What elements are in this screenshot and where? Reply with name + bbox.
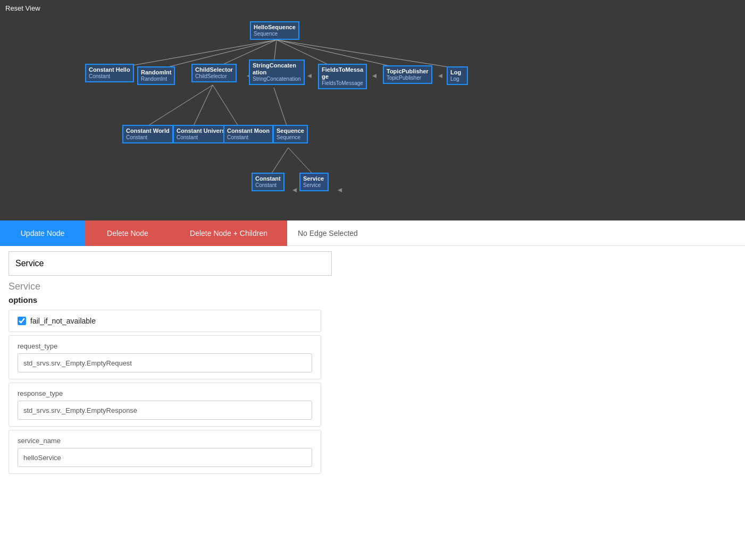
node-constant2[interactable]: Constant Constant — [252, 173, 284, 191]
svg-marker-20 — [292, 188, 297, 192]
node-fieldstomessage[interactable]: FieldsToMessage FieldsToMessage — [318, 64, 367, 89]
options-box: fail_if_not_available — [9, 310, 321, 332]
response-type-label: response_type — [18, 389, 312, 397]
node-topicpublisher[interactable]: TopicPublisher TopicPublisher — [383, 65, 432, 84]
request-type-label: request_type — [18, 342, 312, 350]
node-constantworld[interactable]: Constant World Constant — [122, 125, 173, 143]
delete-node-button[interactable]: Delete Node — [85, 220, 170, 246]
svg-line-9 — [213, 85, 241, 130]
fail-if-not-available-checkbox[interactable] — [18, 317, 26, 325]
reset-view-button[interactable]: Reset View — [5, 4, 40, 12]
service-name-input[interactable] — [18, 448, 312, 467]
node-name-input[interactable] — [9, 251, 332, 276]
service-name-label: service_name — [18, 437, 312, 445]
svg-line-8 — [191, 85, 213, 130]
canvas-area: Reset View HelloSequence Sequence — [0, 0, 745, 220]
node-childselector[interactable]: ChildSelector ChildSelector — [191, 64, 237, 82]
response-type-field-group: response_type — [9, 383, 321, 427]
node-hellosequence[interactable]: HelloSequence Sequence — [250, 21, 299, 40]
node-log[interactable]: Log Log — [447, 66, 468, 85]
checkbox-row: fail_if_not_available — [18, 317, 312, 325]
svg-line-7 — [141, 85, 213, 130]
node-constanthello[interactable]: Constant Hello Constant — [85, 64, 134, 82]
node-randomint[interactable]: RandomInt RandomInt — [137, 66, 175, 85]
node-constantmoon[interactable]: Constant Moon Constant — [223, 125, 273, 143]
no-edge-label: No Edge Selected — [298, 229, 358, 237]
response-type-input[interactable] — [18, 401, 312, 420]
svg-marker-21 — [338, 188, 342, 192]
connections-svg — [0, 0, 745, 220]
svg-marker-18 — [438, 74, 442, 78]
options-title-label: options — [9, 295, 321, 304]
request-type-field-group: request_type — [9, 335, 321, 379]
form-area: Service options fail_if_not_available re… — [0, 246, 330, 482]
node-service[interactable]: Service Service — [299, 173, 329, 191]
request-type-input[interactable] — [18, 353, 312, 372]
svg-marker-17 — [372, 74, 376, 78]
svg-marker-16 — [307, 74, 312, 78]
node-sequence2[interactable]: Sequence Sequence — [273, 125, 308, 143]
toolbar: Update Node Delete Node Delete Node + Ch… — [0, 220, 745, 246]
node-stringconcatenation[interactable]: StringConcatenation StringConcatenation — [249, 60, 305, 85]
svg-line-10 — [274, 88, 288, 130]
update-node-button[interactable]: Update Node — [0, 220, 85, 246]
section-type-label: Service — [9, 281, 321, 292]
service-name-field-group: service_name — [9, 430, 321, 474]
delete-node-children-button[interactable]: Delete Node + Children — [170, 220, 287, 246]
fail-if-not-available-label: fail_if_not_available — [30, 317, 96, 325]
